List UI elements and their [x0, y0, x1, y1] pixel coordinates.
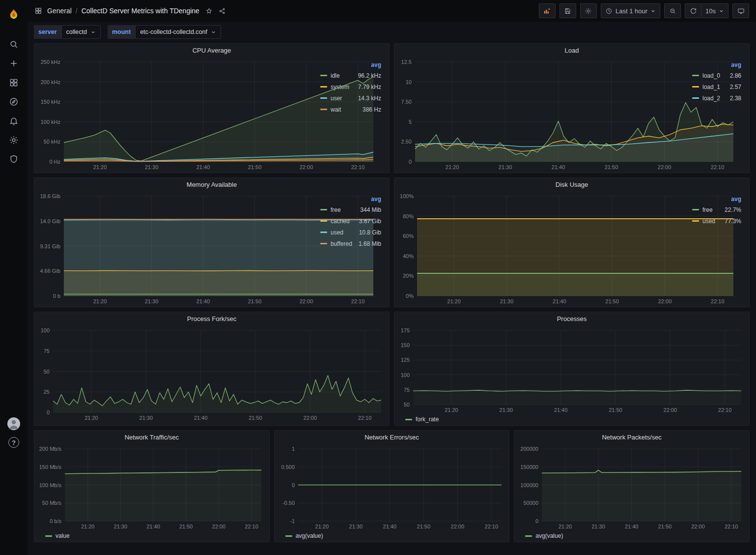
zoom-out-icon — [669, 7, 676, 15]
server-admin-button[interactable] — [3, 149, 25, 169]
legend-item-fork_rate[interactable]: fork_rate — [405, 416, 439, 423]
person-icon — [7, 417, 20, 430]
svg-text:22:00: 22:00 — [304, 415, 317, 421]
legend-color-dash — [45, 535, 52, 537]
svg-text:22:00: 22:00 — [212, 524, 226, 529]
dashboards-button[interactable] — [3, 73, 25, 92]
legend-item-value[interactable]: value — [45, 532, 70, 539]
user-avatar[interactable] — [7, 417, 20, 430]
tv-mode-button[interactable] — [732, 3, 749, 18]
svg-text:250 kHz: 250 kHz — [41, 59, 60, 65]
refresh-icon — [690, 7, 697, 15]
server-variable-label: server — [34, 25, 61, 39]
svg-text:7.50: 7.50 — [401, 99, 412, 105]
dashboard-title[interactable]: CollectD Server Metrics with TDengine — [82, 7, 199, 15]
processes-chart[interactable]: 507510012515017521:2021:3021:4021:5022:0… — [398, 325, 745, 414]
network-packets-chart[interactable]: 05000010000015000020000021:2021:3021:402… — [518, 444, 745, 531]
dashboard-settings-button[interactable] — [580, 3, 597, 18]
svg-text:21:50: 21:50 — [417, 524, 430, 529]
configuration-button[interactable] — [3, 130, 25, 149]
svg-text:22:10: 22:10 — [351, 164, 365, 170]
panel-title[interactable]: Load — [394, 44, 749, 57]
svg-text:21:30: 21:30 — [140, 415, 153, 421]
svg-text:21:50: 21:50 — [249, 415, 262, 421]
svg-text:10: 10 — [406, 79, 412, 85]
zoom-out-button[interactable] — [664, 3, 681, 18]
svg-text:22:10: 22:10 — [725, 524, 738, 529]
svg-text:21:20: 21:20 — [447, 298, 461, 304]
star-button[interactable] — [205, 7, 213, 15]
panel-title[interactable]: Network Traffic/sec — [34, 431, 269, 444]
search-icon — [9, 39, 19, 49]
disk-usage-chart[interactable]: 0%20%40%60%80%100%21:2021:3021:4021:5022… — [398, 191, 687, 306]
network-traffic-chart[interactable]: 0 b/s50 Mb/s100 Mb/s150 Mb/s200 Mb/s21:2… — [38, 444, 265, 531]
panel-title[interactable]: Memory Available — [34, 178, 389, 191]
refresh-button[interactable] — [685, 3, 701, 18]
panel-title[interactable]: Process Fork/sec — [34, 312, 389, 325]
panel-network-packets: Network Packets/sec 05000010000015000020… — [514, 430, 750, 542]
share-button[interactable] — [219, 7, 226, 15]
network-errors-chart[interactable]: -1-0.5000.500121:2021:3021:4021:5022:002… — [279, 444, 505, 531]
dashboard-grid: CPU Average 0 Hz50 kHz100 kHz150 kHz200 … — [28, 42, 756, 555]
variable-mount: mount etc-collectd-collectd.conf — [108, 25, 221, 39]
chart-svg: 0 b/s50 Mb/s100 Mb/s150 Mb/s200 Mb/s21:2… — [38, 444, 265, 531]
svg-text:21:20: 21:20 — [93, 164, 107, 170]
svg-text:21:50: 21:50 — [248, 298, 262, 304]
svg-text:22:10: 22:10 — [358, 415, 372, 421]
mount-variable-dropdown[interactable]: etc-collectd-collectd.conf — [135, 25, 221, 39]
alerting-button[interactable] — [3, 111, 25, 130]
search-button[interactable] — [3, 34, 25, 54]
panel-title[interactable]: Processes — [394, 312, 749, 325]
create-button[interactable] — [3, 54, 25, 73]
panel-network-traffic: Network Traffic/sec 0 b/s50 Mb/s100 Mb/s… — [34, 430, 270, 542]
panel-disk-usage: Disk Usage 0%20%40%60%80%100%21:2021:302… — [394, 177, 750, 307]
panel-title[interactable]: Network Packets/sec — [514, 431, 749, 444]
time-range-picker[interactable]: Last 1 hour — [601, 3, 660, 18]
cpu-average-chart[interactable]: 0 Hz50 kHz100 kHz150 kHz200 kHz250 kHz21… — [38, 57, 315, 172]
chart-svg: 02.5057.501012.521:2021:3021:4021:5022:0… — [398, 57, 737, 172]
svg-text:21:30: 21:30 — [145, 164, 159, 170]
svg-text:200000: 200000 — [521, 446, 539, 452]
svg-text:22:10: 22:10 — [718, 407, 732, 413]
panel-title-text: Network Errors/sec — [364, 434, 419, 441]
legend-series-name: avg(value) — [296, 532, 323, 539]
svg-text:60%: 60% — [403, 233, 414, 239]
help-button[interactable]: ? — [8, 437, 19, 448]
top-navbar: General / CollectD Server Metrics with T… — [28, 0, 756, 22]
svg-text:40%: 40% — [403, 253, 414, 259]
svg-text:125: 125 — [401, 357, 410, 363]
refresh-interval-picker[interactable]: 10s — [701, 3, 728, 18]
load-chart[interactable]: 02.5057.501012.521:2021:3021:4021:5022:0… — [398, 57, 687, 172]
svg-text:21:20: 21:20 — [445, 407, 458, 413]
server-variable-dropdown[interactable]: collectd — [61, 25, 101, 39]
grafana-logo[interactable] — [3, 4, 25, 26]
svg-text:22:10: 22:10 — [351, 298, 365, 304]
svg-text:22:10: 22:10 — [711, 298, 725, 304]
breadcrumb-folder[interactable]: General — [47, 7, 72, 15]
memory-available-chart[interactable]: 0 b4.66 Gib9.31 Gib14.0 Gib18.6 Gib21:20… — [38, 191, 315, 306]
panel-title[interactable]: Disk Usage — [394, 178, 749, 191]
main-area: General / CollectD Server Metrics with T… — [28, 0, 756, 555]
legend-series-name: value — [56, 532, 70, 539]
processes-legend: fork_rate — [398, 414, 745, 424]
svg-text:21:40: 21:40 — [554, 407, 568, 413]
panel-memory-available: Memory Available 0 b4.66 Gib9.31 Gib14.0… — [34, 177, 390, 307]
panel-title[interactable]: CPU Average — [34, 44, 389, 57]
save-icon — [564, 7, 571, 15]
network-packets-legend: avg(value) — [518, 531, 745, 541]
legend-item-avg(value)[interactable]: avg(value) — [525, 532, 563, 539]
svg-text:50 Mb/s: 50 Mb/s — [42, 500, 62, 506]
add-panel-button[interactable] — [539, 3, 556, 18]
bell-icon — [9, 116, 19, 126]
save-dashboard-button[interactable] — [560, 3, 576, 18]
chart-svg: 0 Hz50 kHz100 kHz150 kHz200 kHz250 kHz21… — [38, 57, 377, 172]
panel-title-text: Memory Available — [187, 181, 237, 188]
panel-title[interactable]: Network Errors/sec — [275, 431, 509, 444]
svg-text:21:30: 21:30 — [145, 298, 159, 304]
svg-text:150 Mb/s: 150 Mb/s — [39, 464, 62, 470]
svg-text:22:10: 22:10 — [484, 524, 498, 529]
legend-item-avg(value)[interactable]: avg(value) — [285, 532, 323, 539]
explore-button[interactable] — [3, 92, 25, 111]
mount-variable-label: mount — [108, 25, 135, 39]
process-fork-chart[interactable]: 025507510021:2021:3021:4021:5022:0022:10 — [38, 325, 385, 422]
